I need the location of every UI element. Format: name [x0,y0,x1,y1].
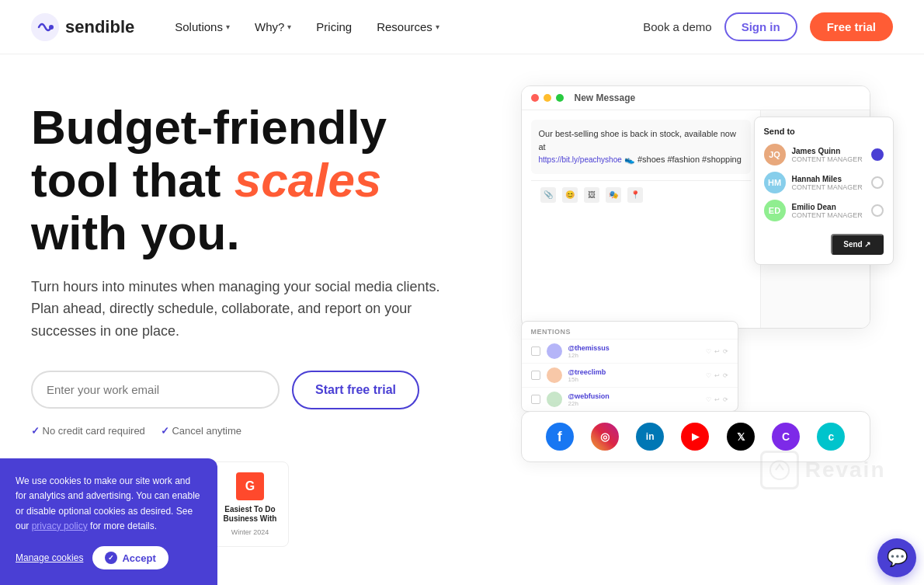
nav-item-solutions[interactable]: Solutions ▾ [165,14,239,40]
contact-2-info: Hannah Miles CONTENT MANAGER [792,175,865,191]
mention-1-time: 12h [568,352,700,359]
g2-logo-3: G [236,472,264,500]
attach-icon[interactable]: 📎 [540,187,556,203]
compose-link: https://bit.ly/peachyshoe [539,155,622,164]
send-contact-1: JQ James Quinn CONTENT MANAGER [764,144,884,165]
heart-icon-2[interactable]: ♡ [706,372,711,379]
mention-1-check[interactable] [531,346,540,356]
window-dot-yellow [544,94,551,102]
emoji-icon[interactable]: 😊 [562,187,578,203]
chat-icon: 💬 [887,548,908,568]
contact-3-info: Emilio Dean CONTENT MANAGER [792,203,865,219]
hero-subtitle: Turn hours into minutes when managing yo… [31,276,466,343]
mention-2: @treeclimb 15h ♡ ↩ ⟳ [522,363,738,387]
badge-3-season: Winter 2024 [231,528,269,536]
retweet-icon-2[interactable]: ⟳ [723,372,728,379]
reply-icon[interactable]: ↩ [714,348,720,355]
compose-message: Our best-selling shoe is back in stock, … [539,129,736,151]
why-label: Why? [255,20,284,33]
compose-text: Our best-selling shoe is back in stock, … [531,120,751,174]
mention-1-content: @themissus 12h [568,344,700,359]
send-to-panel: Send to JQ James Quinn CONTENT MANAGER H… [754,117,894,265]
mockup-titlebar: New Message [522,86,870,110]
nav-item-pricing[interactable]: Pricing [307,14,361,40]
signin-button[interactable]: Sign in [724,12,797,41]
image-icon[interactable]: 🖼 [584,187,599,203]
compose-toolbar: 📎 😊 🖼 🎭 📍 [531,180,751,209]
accept-cookies-button[interactable]: ✓ Accept [92,546,168,569]
contact-2-radio[interactable] [871,176,884,189]
contact-3-radio[interactable] [871,204,884,217]
hero-title-part2: tool that [31,153,234,207]
free-trial-button[interactable]: Free trial [810,12,893,41]
accept-check-icon: ✓ [105,552,117,564]
contact-1-radio[interactable] [871,148,884,161]
mention-3: @webfusion 22h ♡ ↩ ⟳ [522,387,738,411]
send-contact-2: HM Hannah Miles CONTENT MANAGER [764,172,884,193]
mention-3-avatar [547,392,562,407]
gif-icon[interactable]: 🎭 [606,187,621,203]
cta-meta: ✓ No credit card required ✓ Cancel anyti… [31,425,505,437]
pricing-label: Pricing [316,20,352,33]
book-demo-button[interactable]: Book a demo [643,20,711,33]
canva-icon[interactable]: C [772,423,800,451]
heart-icon-3[interactable]: ♡ [706,396,711,403]
revain-area: Revain [760,451,886,489]
mention-2-user: @treeclimb [568,368,700,376]
logo[interactable]: sendible [31,13,134,41]
send-button[interactable]: Send ↗ [831,234,883,255]
contact-2-name: Hannah Miles [792,175,865,183]
cookie-text: We use cookies to make our site work and… [16,474,202,534]
mention-2-time: 15h [568,376,700,383]
location-icon[interactable]: 📍 [627,187,643,203]
mention-1-user: @themissus [568,344,700,352]
twitter-icon[interactable]: 𝕏 [727,423,755,451]
revain-logo-svg [768,458,791,482]
mention-3-user: @webfusion [568,392,700,400]
retweet-icon-3[interactable]: ⟳ [723,396,728,403]
cookie-buttons: Manage cookies ✓ Accept [16,546,202,569]
avatar-james: JQ [764,144,786,165]
youtube-icon[interactable]: ▶ [681,423,709,451]
nav-item-why[interactable]: Why? ▾ [245,14,300,40]
reply-icon-2[interactable]: ↩ [714,372,720,379]
hero-title-scales: scales [234,153,382,207]
compose-panel: Our best-selling shoe is back in stock, … [522,110,761,328]
meta-cancel: ✓ Cancel anytime [161,425,241,437]
cookie-privacy-link[interactable]: privacy policy [32,521,88,531]
mention-1-avatar [547,343,562,359]
nav-right: Book a demo Sign in Free trial [643,12,893,41]
badge-easiest: G Easiest To Do Business With Winter 202… [211,461,289,547]
mention-3-check[interactable] [531,395,540,404]
reply-icon-3[interactable]: ↩ [714,396,720,403]
hero-title-part1: Budget-friendly [31,100,387,154]
linkedin-icon[interactable]: in [636,423,664,451]
solutions-label: Solutions [175,20,223,33]
resources-chevron: ▾ [436,23,439,31]
chat-bubble-button[interactable]: 💬 [877,538,916,577]
manage-cookies-button[interactable]: Manage cookies [16,552,83,563]
navbar: sendible Solutions ▾ Why? ▾ Pricing Reso… [0,0,924,54]
contact-3-role: CONTENT MANAGER [792,211,865,219]
meta-credit-card: ✓ No credit card required [31,425,145,437]
revain-logo [760,451,799,489]
email-input[interactable] [31,371,280,409]
instagram-icon[interactable]: ◎ [591,423,619,451]
heart-icon[interactable]: ♡ [706,348,711,355]
contact-2-role: CONTENT MANAGER [792,183,865,191]
email-input-wrap [31,371,280,409]
revain-text: Revain [805,458,886,482]
hero-right: New Message Our best-selling shoe is bac… [505,85,894,585]
accept-label: Accept [122,552,155,564]
hero-title: Budget-friendly tool that scales with yo… [31,101,505,260]
nav-item-resources[interactable]: Resources ▾ [367,14,449,40]
other-social-icon[interactable]: c [817,423,845,451]
retweet-icon[interactable]: ⟳ [723,348,728,355]
mention-2-actions: ♡ ↩ ⟳ [706,372,728,379]
facebook-icon[interactable]: f [546,423,574,451]
send-button-label: Send ↗ [843,240,870,249]
window-dot-green [556,94,564,102]
mention-2-check[interactable] [531,371,540,380]
window-title: New Message [575,92,636,103]
start-trial-button[interactable]: Start free trial [292,371,419,409]
